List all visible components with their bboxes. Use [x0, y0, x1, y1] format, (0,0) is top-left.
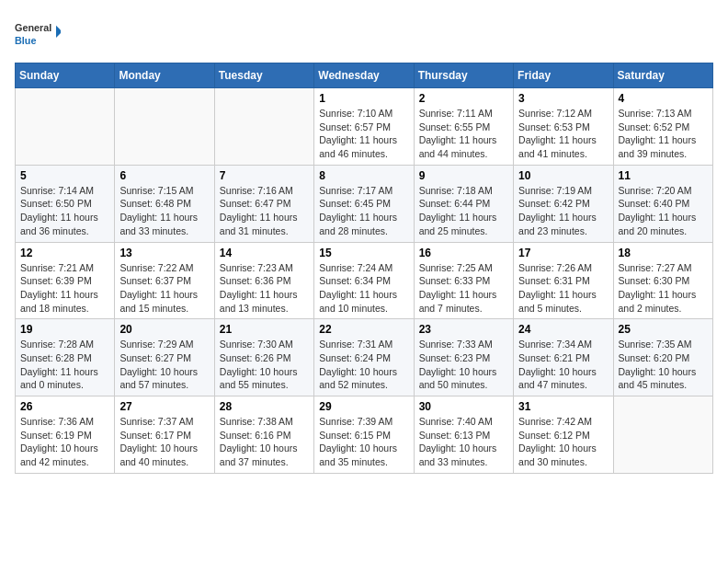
day-header-friday: Friday	[514, 63, 613, 88]
day-cell	[115, 88, 214, 166]
day-number: 8	[319, 169, 408, 182]
day-cell: 26Sunrise: 7:36 AMSunset: 6:19 PMDayligh…	[16, 396, 115, 474]
day-info: Sunrise: 7:27 AMSunset: 6:30 PMDaylight:…	[619, 261, 708, 316]
day-cell: 29Sunrise: 7:39 AMSunset: 6:15 PMDayligh…	[314, 396, 414, 474]
day-cell: 14Sunrise: 7:23 AMSunset: 6:36 PMDayligh…	[214, 242, 313, 319]
day-info: Sunrise: 7:22 AMSunset: 6:37 PMDaylight:…	[119, 261, 209, 316]
day-info: Sunrise: 7:18 AMSunset: 6:44 PMDaylight:…	[419, 184, 508, 238]
day-info: Sunrise: 7:39 AMSunset: 6:15 PMDaylight:…	[319, 415, 408, 469]
day-cell	[613, 396, 712, 474]
day-cell: 27Sunrise: 7:37 AMSunset: 6:17 PMDayligh…	[115, 396, 214, 474]
day-number: 15	[319, 247, 408, 259]
day-cell: 12Sunrise: 7:21 AMSunset: 6:39 PMDayligh…	[16, 242, 115, 319]
day-number: 21	[220, 323, 309, 336]
week-row-2: 5Sunrise: 7:14 AMSunset: 6:50 PMDaylight…	[16, 165, 713, 242]
day-info: Sunrise: 7:33 AMSunset: 6:23 PMDaylight:…	[419, 338, 508, 392]
day-cell	[16, 88, 115, 166]
day-info: Sunrise: 7:12 AMSunset: 6:53 PMDaylight:…	[518, 107, 608, 161]
logo: General Blue	[15, 15, 61, 52]
page-header: General Blue	[15, 15, 713, 52]
day-number: 12	[20, 247, 109, 259]
day-cell: 31Sunrise: 7:42 AMSunset: 6:12 PMDayligh…	[514, 396, 613, 474]
day-number: 18	[619, 247, 708, 259]
svg-marker-2	[56, 26, 61, 38]
day-number: 29	[319, 400, 408, 413]
day-info: Sunrise: 7:24 AMSunset: 6:34 PMDaylight:…	[319, 261, 408, 316]
day-cell: 24Sunrise: 7:34 AMSunset: 6:21 PMDayligh…	[514, 319, 613, 396]
logo-svg: General Blue	[15, 15, 61, 52]
day-number: 16	[419, 247, 508, 259]
day-number: 23	[419, 323, 508, 336]
day-info: Sunrise: 7:19 AMSunset: 6:42 PMDaylight:…	[518, 184, 608, 238]
week-row-1: 1Sunrise: 7:10 AMSunset: 6:57 PMDaylight…	[16, 88, 713, 166]
day-number: 2	[419, 92, 508, 105]
day-cell: 6Sunrise: 7:15 AMSunset: 6:48 PMDaylight…	[115, 165, 214, 242]
day-info: Sunrise: 7:15 AMSunset: 6:48 PMDaylight:…	[119, 184, 209, 238]
day-cell: 10Sunrise: 7:19 AMSunset: 6:42 PMDayligh…	[514, 165, 613, 242]
day-info: Sunrise: 7:11 AMSunset: 6:55 PMDaylight:…	[419, 107, 508, 161]
day-cell: 17Sunrise: 7:26 AMSunset: 6:31 PMDayligh…	[514, 242, 613, 319]
day-cell: 13Sunrise: 7:22 AMSunset: 6:37 PMDayligh…	[115, 242, 214, 319]
day-info: Sunrise: 7:16 AMSunset: 6:47 PMDaylight:…	[220, 184, 309, 238]
day-number: 27	[119, 400, 209, 413]
day-header-sunday: Sunday	[16, 63, 115, 88]
day-header-thursday: Thursday	[414, 63, 513, 88]
day-cell: 18Sunrise: 7:27 AMSunset: 6:30 PMDayligh…	[613, 242, 712, 319]
svg-text:Blue: Blue	[15, 35, 36, 46]
day-info: Sunrise: 7:20 AMSunset: 6:40 PMDaylight:…	[619, 184, 708, 238]
day-number: 4	[619, 92, 708, 105]
day-info: Sunrise: 7:25 AMSunset: 6:33 PMDaylight:…	[419, 261, 508, 316]
day-info: Sunrise: 7:13 AMSunset: 6:52 PMDaylight:…	[619, 107, 708, 161]
day-number: 31	[518, 400, 608, 413]
day-number: 19	[20, 323, 109, 336]
day-cell: 7Sunrise: 7:16 AMSunset: 6:47 PMDaylight…	[214, 165, 313, 242]
day-info: Sunrise: 7:28 AMSunset: 6:28 PMDaylight:…	[20, 338, 109, 392]
week-row-3: 12Sunrise: 7:21 AMSunset: 6:39 PMDayligh…	[16, 242, 713, 319]
week-row-4: 19Sunrise: 7:28 AMSunset: 6:28 PMDayligh…	[16, 319, 713, 396]
day-number: 20	[119, 323, 209, 336]
day-number: 11	[619, 169, 708, 182]
day-header-tuesday: Tuesday	[214, 63, 313, 88]
day-cell: 25Sunrise: 7:35 AMSunset: 6:20 PMDayligh…	[613, 319, 712, 396]
week-row-5: 26Sunrise: 7:36 AMSunset: 6:19 PMDayligh…	[16, 396, 713, 474]
day-info: Sunrise: 7:37 AMSunset: 6:17 PMDaylight:…	[119, 415, 209, 469]
day-info: Sunrise: 7:23 AMSunset: 6:36 PMDaylight:…	[220, 261, 309, 316]
day-cell: 23Sunrise: 7:33 AMSunset: 6:23 PMDayligh…	[414, 319, 513, 396]
svg-text:General: General	[15, 22, 51, 33]
day-info: Sunrise: 7:30 AMSunset: 6:26 PMDaylight:…	[220, 338, 309, 392]
calendar-table: SundayMondayTuesdayWednesdayThursdayFrid…	[15, 63, 713, 474]
day-number: 6	[119, 169, 209, 182]
day-header-monday: Monday	[115, 63, 214, 88]
day-cell: 5Sunrise: 7:14 AMSunset: 6:50 PMDaylight…	[16, 165, 115, 242]
day-cell	[214, 88, 313, 166]
day-number: 5	[20, 169, 109, 182]
day-info: Sunrise: 7:31 AMSunset: 6:24 PMDaylight:…	[319, 338, 408, 392]
day-info: Sunrise: 7:35 AMSunset: 6:20 PMDaylight:…	[619, 338, 708, 392]
day-info: Sunrise: 7:42 AMSunset: 6:12 PMDaylight:…	[518, 415, 608, 469]
day-cell: 11Sunrise: 7:20 AMSunset: 6:40 PMDayligh…	[613, 165, 712, 242]
day-header-wednesday: Wednesday	[314, 63, 414, 88]
day-info: Sunrise: 7:29 AMSunset: 6:27 PMDaylight:…	[119, 338, 209, 392]
day-header-saturday: Saturday	[613, 63, 712, 88]
day-cell: 8Sunrise: 7:17 AMSunset: 6:45 PMDaylight…	[314, 165, 414, 242]
day-number: 1	[319, 92, 408, 105]
day-info: Sunrise: 7:40 AMSunset: 6:13 PMDaylight:…	[419, 415, 508, 469]
day-number: 13	[119, 247, 209, 259]
day-info: Sunrise: 7:26 AMSunset: 6:31 PMDaylight:…	[518, 261, 608, 316]
day-info: Sunrise: 7:36 AMSunset: 6:19 PMDaylight:…	[20, 415, 109, 469]
day-number: 14	[220, 247, 309, 259]
day-cell: 2Sunrise: 7:11 AMSunset: 6:55 PMDaylight…	[414, 88, 513, 166]
day-number: 22	[319, 323, 408, 336]
day-number: 3	[518, 92, 608, 105]
day-cell: 19Sunrise: 7:28 AMSunset: 6:28 PMDayligh…	[16, 319, 115, 396]
day-number: 24	[518, 323, 608, 336]
day-cell: 4Sunrise: 7:13 AMSunset: 6:52 PMDaylight…	[613, 88, 712, 166]
day-cell: 9Sunrise: 7:18 AMSunset: 6:44 PMDaylight…	[414, 165, 513, 242]
day-number: 28	[220, 400, 309, 413]
day-info: Sunrise: 7:34 AMSunset: 6:21 PMDaylight:…	[518, 338, 608, 392]
calendar-header-row: SundayMondayTuesdayWednesdayThursdayFrid…	[16, 63, 713, 88]
day-cell: 15Sunrise: 7:24 AMSunset: 6:34 PMDayligh…	[314, 242, 414, 319]
day-number: 25	[619, 323, 708, 336]
day-cell: 22Sunrise: 7:31 AMSunset: 6:24 PMDayligh…	[314, 319, 414, 396]
day-cell: 1Sunrise: 7:10 AMSunset: 6:57 PMDaylight…	[314, 88, 414, 166]
